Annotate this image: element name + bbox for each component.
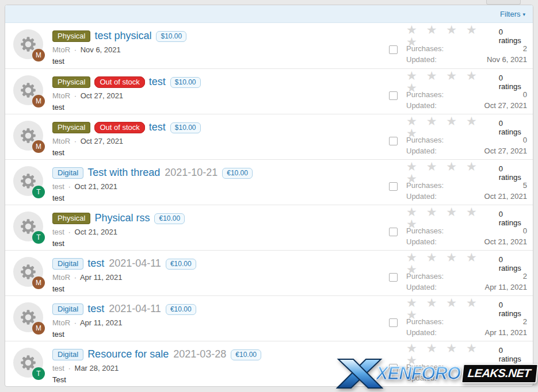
resource-label-outofstock[interactable]: Out of stock — [94, 122, 144, 133]
resource-author[interactable]: test — [52, 364, 64, 372]
resource-label-physical[interactable]: Physical — [52, 76, 90, 88]
author-letter-badge: T — [32, 231, 45, 244]
resource-labels: Digital — [52, 303, 87, 314]
author-letter-badge: M — [32, 49, 45, 62]
resource-version: 2021-03-28 — [173, 348, 226, 360]
resource-avatar[interactable]: M — [13, 302, 43, 332]
resource-author[interactable]: MtoR — [52, 137, 70, 145]
resource-row: T Digital Test with thread 2021-10-21 €1… — [5, 159, 533, 205]
updated-row: Updated: Apr 11, 2021 — [406, 327, 527, 338]
select-resource-checkbox[interactable] — [389, 182, 398, 191]
chevron-down-icon: ▾ — [522, 11, 525, 17]
ratings-count: 0 ratings — [499, 74, 527, 91]
resource-stats-block: ★ ★ ★ ★ ★ 0 ratings Purchases: 2 Updated… — [389, 301, 527, 341]
select-resource-checkbox[interactable] — [389, 273, 398, 282]
resource-labels: Physical — [52, 213, 94, 223]
resource-label-outofstock[interactable]: Out of stock — [94, 76, 144, 88]
price-badge: €10.00 — [222, 168, 253, 179]
resource-date: Nov 6, 2021 — [81, 45, 121, 54]
updated-value: Apr 11, 2021 — [485, 282, 527, 293]
resource-title[interactable]: Test with thread — [87, 167, 160, 179]
select-resource-checkbox[interactable] — [389, 91, 398, 100]
resource-title[interactable]: Resource for sale — [87, 348, 169, 360]
resource-avatar[interactable]: T — [13, 212, 43, 241]
resource-title[interactable]: test — [149, 76, 166, 88]
resource-avatar[interactable]: M — [13, 29, 43, 59]
author-letter-badge: M — [32, 322, 45, 335]
updated-value: Oct 27, 2021 — [484, 100, 527, 111]
resource-title[interactable]: Physical rss — [94, 212, 150, 224]
resource-avatar[interactable]: M — [13, 257, 43, 287]
resource-title[interactable]: test — [149, 121, 166, 133]
resource-label-digital[interactable]: Digital — [52, 258, 83, 270]
star-rating-empty-icons: ★ ★ ★ ★ ★ — [406, 24, 499, 48]
select-resource-checkbox[interactable] — [389, 228, 398, 236]
resource-title-line: Physical Physical rss €10.00 — [52, 210, 389, 225]
author-letter-badge: T — [32, 367, 45, 380]
resource-label-physical[interactable]: Physical — [52, 30, 90, 42]
watermark-brand-left: XENFORO — [376, 363, 460, 384]
resource-author[interactable]: MtoR — [52, 91, 70, 100]
resource-avatar[interactable]: T — [13, 166, 43, 196]
resource-date: Oct 27, 2021 — [81, 137, 123, 145]
star-rating-empty-icons: ★ ★ ★ ★ ★ — [406, 115, 499, 139]
resource-label-physical[interactable]: Physical — [52, 122, 90, 133]
resource-title-line: Digital Test with thread 2021-10-21 €10.… — [52, 165, 389, 180]
updated-row: Updated: Oct 21, 2021 — [406, 236, 527, 247]
resource-title[interactable]: test physical — [94, 30, 151, 42]
ratings-row: ★ ★ ★ ★ ★ 0 ratings — [406, 302, 527, 316]
resource-title-line: Digital test 2021-04-11 €10.00 — [52, 301, 389, 316]
select-resource-checkbox[interactable] — [389, 318, 398, 327]
resource-description: test — [52, 239, 389, 249]
resource-avatar[interactable]: M — [13, 75, 43, 105]
resource-label-digital[interactable]: Digital — [52, 303, 83, 315]
ratings-count: 0 ratings — [499, 255, 527, 272]
updated-row: Updated: Oct 27, 2021 — [406, 145, 527, 156]
resource-label-physical[interactable]: Physical — [52, 213, 90, 224]
checkbox-column — [389, 211, 406, 250]
ratings-row: ★ ★ ★ ★ ★ 0 ratings — [406, 29, 527, 43]
select-resource-checkbox[interactable] — [389, 137, 398, 145]
star-rating-empty-icons: ★ ★ ★ ★ ★ — [406, 70, 499, 94]
updated-label: Updated: — [406, 236, 437, 247]
resource-avatar[interactable]: M — [13, 121, 43, 151]
watermark-brand-right: LEAKS.NET — [461, 364, 538, 383]
resource-author[interactable]: MtoR — [52, 45, 70, 54]
meta-separator: · — [74, 91, 77, 100]
resource-author[interactable]: MtoR — [52, 318, 70, 327]
resource-title[interactable]: test — [87, 258, 104, 270]
meta-separator: · — [74, 45, 77, 54]
resource-description: test — [52, 102, 389, 113]
resource-labels: Digital — [52, 349, 87, 359]
resource-title[interactable]: test — [87, 303, 104, 315]
updated-value: Oct 21, 2021 — [484, 191, 527, 202]
resource-main: Physical test physical $10.00 MtoR · Nov… — [52, 28, 389, 68]
resource-version: 2021-04-11 — [109, 258, 161, 270]
resource-title-line: PhysicalOut of stock test $10.00 — [52, 120, 389, 134]
resource-avatar[interactable]: T — [13, 348, 43, 378]
resource-title-line: Physical test physical $10.00 — [52, 28, 389, 43]
resource-author[interactable]: MtoR — [52, 273, 70, 282]
updated-row: Updated: Oct 21, 2021 — [406, 191, 527, 202]
price-badge: $10.00 — [170, 122, 201, 133]
updated-value: Apr 11, 2021 — [485, 327, 527, 338]
resource-date: Apr 11, 2021 — [80, 273, 122, 282]
resource-label-digital[interactable]: Digital — [52, 167, 83, 179]
resource-labels: Digital — [52, 167, 87, 178]
meta-separator: · — [68, 228, 71, 236]
resource-description: test — [52, 56, 389, 67]
ratings-count: 0 ratings — [499, 164, 527, 182]
resource-labels: PhysicalOut of stock — [52, 122, 149, 132]
filters-menu-button[interactable]: Filters ▾ — [500, 10, 525, 18]
select-resource-checkbox[interactable] — [389, 45, 398, 54]
resource-manager-panel: Filters ▾ — [5, 5, 533, 387]
price-badge: $10.00 — [170, 77, 201, 88]
resource-author[interactable]: test — [52, 228, 64, 236]
ratings-count: 0 ratings — [499, 210, 527, 227]
ratings-row: ★ ★ ★ ★ ★ 0 ratings — [406, 166, 527, 180]
resource-label-digital[interactable]: Digital — [52, 349, 83, 360]
updated-label: Updated: — [406, 191, 437, 202]
resource-main: Digital test 2021-04-11 €10.00 MtoR · Ap… — [52, 256, 389, 295]
resource-author[interactable]: test — [52, 182, 64, 191]
resource-description: test — [52, 284, 389, 294]
